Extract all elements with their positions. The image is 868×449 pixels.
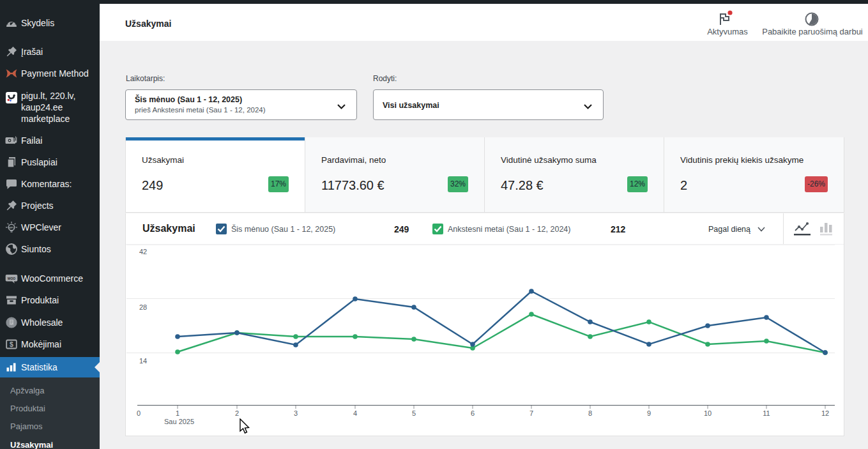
svg-text:7: 7 — [529, 409, 533, 417]
svg-text:4: 4 — [353, 409, 357, 417]
svg-text:2: 2 — [235, 409, 239, 417]
svg-text:10: 10 — [704, 409, 712, 417]
svg-text:WPC: WPC — [8, 226, 15, 229]
svg-text:6: 6 — [471, 409, 475, 417]
svg-text:28: 28 — [139, 303, 147, 311]
svg-text:9: 9 — [647, 409, 651, 417]
svg-text:42: 42 — [139, 248, 147, 255]
svg-text:WOO: WOO — [8, 277, 16, 280]
svg-text:12: 12 — [821, 409, 829, 417]
svg-text:11: 11 — [763, 409, 770, 417]
svg-text:14: 14 — [139, 357, 147, 365]
svg-text:$: $ — [10, 340, 13, 348]
svg-text:5: 5 — [412, 409, 416, 417]
svg-text:8: 8 — [588, 409, 592, 417]
svg-text:3: 3 — [294, 409, 298, 417]
svg-text:0: 0 — [137, 409, 141, 417]
svg-text:1: 1 — [176, 409, 179, 417]
svg-text:Sau 2025: Sau 2025 — [164, 418, 194, 425]
